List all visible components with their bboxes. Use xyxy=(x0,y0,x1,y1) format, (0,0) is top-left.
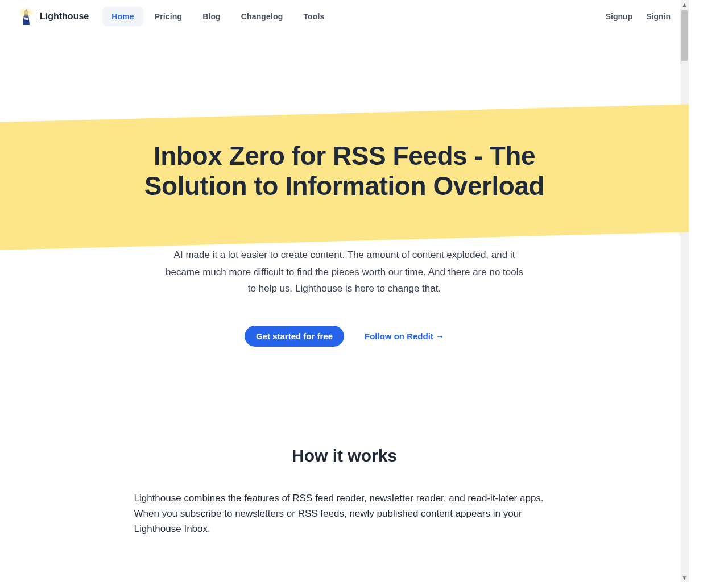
hero-title: Inbox Zero for RSS Feeds - The Solution … xyxy=(140,141,549,201)
site-header: Lighthouse Home Pricing Blog Changelog T… xyxy=(0,0,689,33)
brand-name: Lighthouse xyxy=(40,11,89,22)
hero-subtitle: AI made it a lot easier to create conten… xyxy=(163,247,527,297)
nav-pricing[interactable]: Pricing xyxy=(146,7,191,26)
lighthouse-icon xyxy=(18,8,34,25)
scroll-down-arrow-icon[interactable]: ▼ xyxy=(680,573,689,582)
nav-blog[interactable]: Blog xyxy=(193,7,230,26)
nav-tools[interactable]: Tools xyxy=(294,7,333,26)
nav-changelog[interactable]: Changelog xyxy=(232,7,292,26)
hero-cta-row: Get started for free Follow on Reddit → xyxy=(0,326,689,347)
how-body: Lighthouse combines the features of RSS … xyxy=(134,490,555,537)
get-started-button[interactable]: Get started for free xyxy=(245,326,344,347)
follow-reddit-link[interactable]: Follow on Reddit → xyxy=(365,331,444,341)
brand[interactable]: Lighthouse xyxy=(18,8,89,25)
nav-signin[interactable]: Signin xyxy=(646,12,671,21)
hero-section: Inbox Zero for RSS Feeds - The Solution … xyxy=(0,33,689,347)
nav-home[interactable]: Home xyxy=(102,7,143,26)
how-title: How it works xyxy=(23,446,666,465)
how-it-works-section: How it works Lighthouse combines the fea… xyxy=(0,446,689,537)
auth-nav: Signup Signin xyxy=(606,12,671,21)
header-left: Lighthouse Home Pricing Blog Changelog T… xyxy=(18,7,333,26)
primary-nav: Home Pricing Blog Changelog Tools xyxy=(102,7,333,26)
nav-signup[interactable]: Signup xyxy=(606,12,632,21)
